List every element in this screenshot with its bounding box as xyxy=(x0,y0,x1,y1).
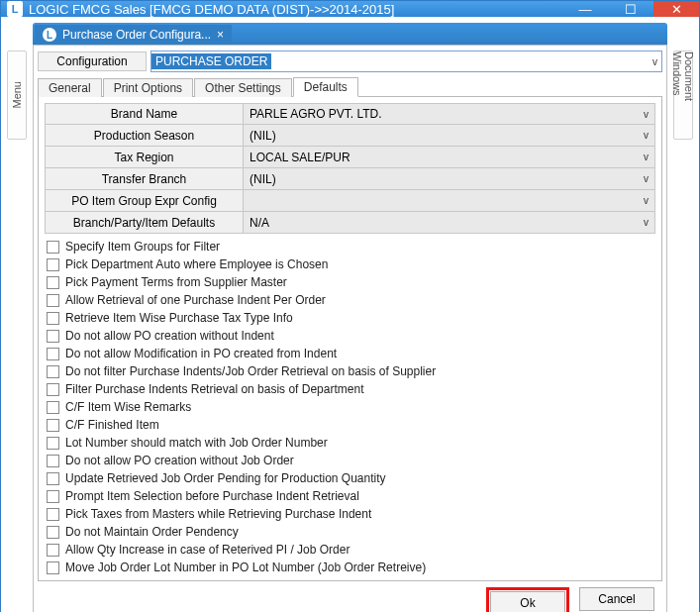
checkbox-row: Allow Retrieval of one Purchase Indent P… xyxy=(45,291,655,309)
checkbox[interactable] xyxy=(47,401,59,414)
configuration-select[interactable]: PURCHASE ORDER v xyxy=(150,51,662,72)
checkbox-row: Lot Number should match with Job Order N… xyxy=(45,434,655,452)
chevron-down-icon: v xyxy=(652,56,657,67)
field-transfer-branch: Transfer Branch (NIL) v xyxy=(45,168,655,190)
checkbox-label: Lot Number should match with Job Order N… xyxy=(65,436,328,450)
chevron-down-icon: v xyxy=(644,173,649,184)
tab-general[interactable]: General xyxy=(38,78,102,97)
checkbox-label: Pick Taxes from Masters while Retrieving… xyxy=(65,507,371,521)
checkbox[interactable] xyxy=(47,544,59,557)
menu-rail[interactable]: Menu xyxy=(7,51,27,140)
checkbox[interactable] xyxy=(47,276,59,289)
checkbox-label: Do not allow PO creation without Indent xyxy=(65,329,274,343)
brand-name-select[interactable]: PARLE AGRO PVT. LTD. v xyxy=(243,103,655,125)
production-season-select[interactable]: (NIL) v xyxy=(243,125,655,147)
field-tax-region: Tax Region LOCAL SALE/PUR v xyxy=(45,147,655,168)
checkbox-row: Pick Payment Terms from Supplier Master xyxy=(45,273,655,291)
close-button[interactable]: ✕ xyxy=(653,1,699,17)
tab-other-settings[interactable]: Other Settings xyxy=(194,78,292,97)
checkbox[interactable] xyxy=(47,294,59,307)
checkbox[interactable] xyxy=(47,526,59,539)
window-controls: — ☐ ✕ xyxy=(562,1,699,17)
ok-button[interactable]: Ok xyxy=(490,591,565,612)
tab-body-defaults: Brand Name PARLE AGRO PVT. LTD. v Produc… xyxy=(38,97,662,581)
configuration-row: Configuration PURCHASE ORDER v xyxy=(38,50,662,74)
checkbox-row: Update Retrieved Job Order Pending for P… xyxy=(45,469,655,487)
checkbox-label: Pick Payment Terms from Supplier Master xyxy=(65,275,287,289)
checkbox-row: Specify Item Groups for Filter xyxy=(45,238,655,255)
checkbox-label: Do not Maintain Order Pendency xyxy=(65,525,239,539)
ok-highlight: Ok xyxy=(486,587,569,612)
field-label: Brand Name xyxy=(45,103,243,125)
document-tab[interactable]: L Purchase Order Configura... × xyxy=(35,25,232,45)
document-tab-close-icon[interactable]: × xyxy=(217,28,224,42)
checkbox-label: C/F Item Wise Remarks xyxy=(65,400,191,414)
field-value: N/A xyxy=(250,216,269,230)
checkbox[interactable] xyxy=(47,241,59,254)
checkbox[interactable] xyxy=(47,258,59,271)
checkbox-row: Do not Maintain Order Pendency xyxy=(45,523,655,541)
field-label: Tax Region xyxy=(45,147,243,168)
field-production-season: Production Season (NIL) v xyxy=(45,125,655,147)
field-value: (NIL) xyxy=(250,129,276,143)
field-value: LOCAL SALE/PUR xyxy=(250,151,350,164)
checkbox[interactable] xyxy=(47,490,59,503)
document-tab-icon: L xyxy=(43,28,56,42)
checkbox-label: Do not allow PO creation without Job Ord… xyxy=(65,454,294,467)
checkbox-label: Do not allow Modification in PO created … xyxy=(65,347,337,360)
checkbox[interactable] xyxy=(47,455,59,467)
checkbox[interactable] xyxy=(47,419,59,432)
checkbox-row: C/F Item Wise Remarks xyxy=(45,398,655,416)
checkbox[interactable] xyxy=(47,330,59,343)
cancel-button[interactable]: Cancel xyxy=(579,587,654,611)
config-panel: Configuration PURCHASE ORDER v General P… xyxy=(33,45,667,612)
checkbox-label: Allow Qty Increase in case of Reterived … xyxy=(65,543,350,557)
maximize-button[interactable]: ☐ xyxy=(608,1,653,17)
checkbox-label: C/F Finished Item xyxy=(65,418,159,432)
checkbox-row: C/F Finished Item xyxy=(45,416,655,434)
checkbox-label: Filter Purchase Indents Retrieval on bas… xyxy=(65,382,363,396)
checkbox[interactable] xyxy=(47,365,59,378)
configuration-value: PURCHASE ORDER xyxy=(151,53,271,69)
document-tab-label: Purchase Order Configura... xyxy=(62,28,211,42)
checkbox[interactable] xyxy=(47,383,59,396)
checkbox[interactable] xyxy=(47,348,59,360)
checkbox[interactable] xyxy=(47,472,59,485)
field-value: (NIL) xyxy=(250,172,276,186)
document-windows-rail[interactable]: Document Windows xyxy=(673,51,693,140)
tab-strip: General Print Options Other Settings Def… xyxy=(38,76,662,97)
titlebar[interactable]: L LOGIC FMCG Sales [FMCG DEMO DATA (DIST… xyxy=(1,1,699,17)
tab-print-options[interactable]: Print Options xyxy=(103,78,193,97)
tax-region-select[interactable]: LOCAL SALE/PUR v xyxy=(243,147,655,168)
checkbox[interactable] xyxy=(47,561,59,574)
chevron-down-icon: v xyxy=(644,109,649,120)
po-item-group-expr-select[interactable]: v xyxy=(243,190,655,212)
app-icon: L xyxy=(7,1,23,17)
checkbox-row: Filter Purchase Indents Retrieval on bas… xyxy=(45,380,655,398)
chevron-down-icon: v xyxy=(644,217,649,228)
checkbox[interactable] xyxy=(47,312,59,325)
document-windows-rail-label: Document Windows xyxy=(671,51,695,139)
chevron-down-icon: v xyxy=(644,152,649,162)
field-value: PARLE AGRO PVT. LTD. xyxy=(250,107,382,121)
checkbox-label: Specify Item Groups for Filter xyxy=(65,240,220,254)
checkbox[interactable] xyxy=(47,437,59,450)
tab-defaults[interactable]: Defaults xyxy=(293,77,358,97)
field-label: PO Item Group Expr Config xyxy=(45,190,243,212)
chevron-down-icon: v xyxy=(644,195,649,206)
inner-panel: L Purchase Order Configura... × Configur… xyxy=(33,23,667,612)
checkbox[interactable] xyxy=(47,508,59,521)
checkbox-row: Prompt Item Selection before Purchase In… xyxy=(45,487,655,505)
checkbox-label: Allow Retrieval of one Purchase Indent P… xyxy=(65,293,326,307)
client-area: Menu Document Windows L Purchase Order C… xyxy=(1,17,699,612)
minimize-button[interactable]: — xyxy=(562,1,608,17)
app-window: L LOGIC FMCG Sales [FMCG DEMO DATA (DIST… xyxy=(0,0,700,612)
branch-party-item-defaults-select[interactable]: N/A v xyxy=(243,212,655,234)
checkbox-label: Move Job Order Lot Number in PO Lot Numb… xyxy=(65,561,426,574)
checkbox-row: Do not allow Modification in PO created … xyxy=(45,345,655,362)
field-label: Transfer Branch xyxy=(45,168,243,190)
checkbox-row: Allow Qty Increase in case of Reterived … xyxy=(45,541,655,559)
field-po-item-group-expr: PO Item Group Expr Config v xyxy=(45,190,655,212)
transfer-branch-select[interactable]: (NIL) v xyxy=(243,168,655,190)
field-branch-party-item-defaults: Branch/Party/Item Defaults N/A v xyxy=(45,212,655,234)
